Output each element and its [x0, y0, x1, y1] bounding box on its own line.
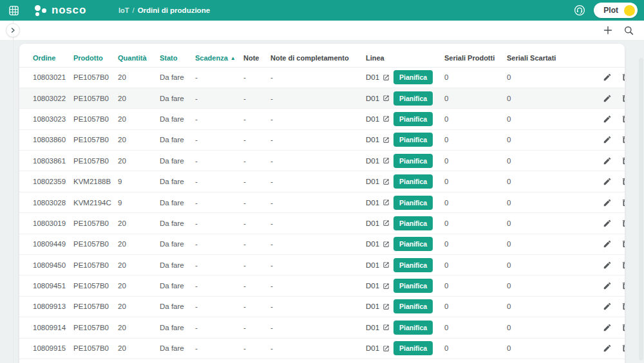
edit-button[interactable]	[603, 135, 612, 144]
trash-icon	[621, 261, 625, 270]
pianifica-button[interactable]: Pianifica	[393, 341, 433, 355]
delete-button[interactable]	[621, 219, 625, 228]
delete-button[interactable]	[621, 344, 625, 353]
edit-button[interactable]	[603, 73, 612, 82]
line-link[interactable]: D01	[366, 261, 390, 269]
cell-linea: D01	[366, 109, 393, 129]
pianifica-button[interactable]: Pianifica	[393, 91, 433, 106]
delete-button[interactable]	[621, 156, 625, 165]
pianifica-button[interactable]: Pianifica	[393, 279, 433, 293]
edit-button[interactable]	[603, 219, 612, 228]
cell-prodotto: PE1057B0	[73, 296, 118, 317]
column-header-scadenza[interactable]: Scadenza▲	[195, 44, 243, 67]
column-header-prodotto[interactable]: Prodotto	[73, 44, 118, 67]
line-link[interactable]: D01	[366, 324, 390, 331]
line-link[interactable]: D01	[366, 115, 390, 123]
cell-pianifica: Pianifica	[393, 109, 444, 129]
cell-pianifica: Pianifica	[393, 338, 444, 358]
edit-button[interactable]	[603, 115, 612, 124]
external-link-icon	[383, 74, 390, 81]
line-link[interactable]: D01	[366, 178, 390, 185]
edit-button[interactable]	[603, 323, 612, 332]
pianifica-button[interactable]: Pianifica	[393, 321, 433, 335]
column-header-quantita[interactable]: Quantità	[118, 44, 160, 67]
support-headset-icon[interactable]	[573, 4, 586, 17]
line-link[interactable]: D01	[366, 219, 390, 227]
add-button[interactable]	[603, 25, 613, 35]
delete-button[interactable]	[621, 115, 625, 124]
external-link-icon	[383, 115, 390, 122]
cell-scadenza: -	[195, 234, 243, 254]
line-link[interactable]: D01	[366, 240, 390, 248]
nosco-logo[interactable]: nosco	[35, 4, 86, 17]
pianifica-button[interactable]: Pianifica	[393, 258, 433, 272]
edit-button[interactable]	[603, 198, 612, 207]
delete-button[interactable]	[621, 281, 625, 290]
edit-button[interactable]	[603, 344, 612, 353]
column-header-ordine[interactable]: Ordine	[19, 44, 73, 67]
pianifica-button[interactable]: Pianifica	[393, 174, 433, 189]
plot-toggle-knob[interactable]	[624, 5, 635, 16]
cell-linea: D01	[366, 213, 393, 234]
delete-button[interactable]	[621, 239, 625, 248]
chevron-right-icon	[10, 28, 15, 33]
table-row: 10803022 PE1057B0 20 Da fare - - - D01 P…	[19, 88, 625, 108]
cell-seriali-prodotti: 0	[444, 171, 507, 192]
edit-button[interactable]	[603, 156, 612, 165]
edit-button[interactable]	[603, 239, 612, 248]
delete-button[interactable]	[621, 261, 625, 270]
edit-button[interactable]	[603, 94, 612, 103]
line-link[interactable]: D01	[366, 157, 390, 165]
delete-button[interactable]	[621, 302, 625, 311]
column-header-stato[interactable]: Stato	[160, 44, 195, 67]
edit-button[interactable]	[603, 281, 612, 290]
edit-button[interactable]	[603, 261, 612, 270]
cell-note: -	[243, 109, 270, 129]
line-link[interactable]: D01	[366, 199, 390, 207]
delete-button[interactable]	[621, 323, 625, 332]
collapsed-sidebar-divider	[13, 21, 14, 363]
cell-prodotto: PE1057B0	[73, 234, 118, 254]
plot-toggle-button[interactable]: Plot	[594, 3, 638, 18]
edit-button[interactable]	[603, 302, 612, 311]
pianifica-button[interactable]: Pianifica	[393, 299, 433, 313]
pianifica-button[interactable]: Pianifica	[393, 133, 433, 147]
cell-seriali-scartati: 0	[507, 129, 596, 150]
cell-pianifica: Pianifica	[393, 255, 444, 275]
pianifica-button[interactable]: Pianifica	[393, 237, 433, 251]
delete-button[interactable]	[621, 198, 625, 207]
plot-label: Plot	[603, 6, 618, 15]
line-link[interactable]: D01	[366, 136, 390, 144]
pianifica-button[interactable]: Pianifica	[393, 70, 433, 84]
breadcrumb-section[interactable]: IoT	[118, 6, 129, 14]
line-link[interactable]: D01	[366, 344, 390, 352]
pianifica-button[interactable]: Pianifica	[393, 154, 433, 168]
cell-stato: Da fare	[160, 275, 195, 296]
pencil-icon	[603, 261, 612, 270]
pianifica-button[interactable]: Pianifica	[393, 196, 433, 210]
apps-grid-icon[interactable]	[6, 3, 21, 17]
vertical-scrollbar[interactable]	[639, 58, 643, 360]
sidebar-expand-button[interactable]	[6, 23, 20, 37]
cell-note: -	[243, 129, 270, 150]
line-link[interactable]: D01	[366, 282, 390, 290]
delete-button[interactable]	[621, 177, 625, 186]
cell-actions	[596, 275, 625, 296]
delete-button[interactable]	[621, 94, 625, 103]
cell-actions	[596, 296, 625, 317]
edit-button[interactable]	[603, 177, 612, 186]
trash-icon	[621, 302, 625, 311]
search-button[interactable]	[623, 25, 634, 35]
cell-note-completamento: -	[270, 338, 366, 358]
line-link[interactable]: D01	[366, 73, 390, 81]
delete-button[interactable]	[621, 135, 625, 144]
line-link[interactable]: D01	[366, 302, 390, 310]
table-row: 10803861 PE1057B0 20 Da fare - - - D01 P…	[19, 151, 625, 171]
pencil-icon	[603, 94, 612, 103]
pianifica-button[interactable]: Pianifica	[393, 112, 433, 126]
line-link[interactable]: D01	[366, 95, 390, 102]
cell-actions	[596, 67, 625, 88]
delete-button[interactable]	[621, 73, 625, 82]
cell-note-completamento: -	[270, 88, 366, 108]
pianifica-button[interactable]: Pianifica	[393, 216, 433, 230]
